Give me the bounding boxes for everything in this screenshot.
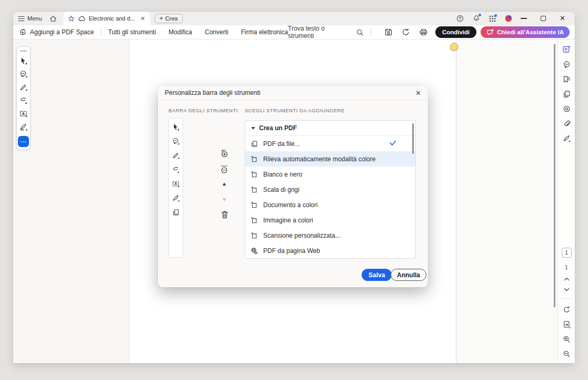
toolbar-preview-strip: A [168, 118, 183, 258]
pdf-from-file-icon[interactable] [172, 209, 180, 216]
dialog-close-icon[interactable]: ✕ [415, 89, 421, 97]
list-item-label: Rileva automaticamente modalità colore [263, 155, 375, 163]
svg-text:A: A [22, 111, 25, 116]
lasso-icon[interactable] [172, 166, 180, 173]
list-scrollbar[interactable] [412, 123, 414, 154]
toolbar-nav: Tutti gli strumenti Modifica Converti Fi… [108, 28, 288, 36]
destinations-icon[interactable] [563, 105, 571, 113]
share-button[interactable]: Condividi [435, 26, 476, 38]
pencil-tool-button[interactable] [19, 83, 27, 91]
list-item-color-document[interactable]: Documento a colori [245, 197, 415, 212]
window-controls: ✕ [521, 16, 565, 21]
rotate-icon[interactable] [563, 306, 571, 314]
textbox-tool-button[interactable]: A [19, 110, 27, 118]
avatar [505, 15, 512, 22]
move-down-icon[interactable]: ▼ [222, 197, 227, 202]
scan-icon [251, 186, 258, 193]
select-cursor-icon[interactable] [172, 123, 180, 131]
attachment-icon[interactable] [563, 120, 571, 128]
list-item-black-white[interactable]: Bianco e nero [245, 167, 415, 182]
comment-icon[interactable] [563, 61, 571, 69]
find-label: Trova testo o strumenti [288, 25, 352, 40]
notifications-button[interactable] [473, 15, 480, 22]
move-up-icon[interactable]: ▲ [222, 181, 227, 187]
save-button[interactable]: Salva [362, 269, 392, 281]
bookmarks-icon[interactable] [563, 75, 571, 83]
apps-notification-dot [494, 14, 497, 17]
tools-list: Crea un PDF PDF da file... Rileva aut [245, 120, 416, 259]
ai-assistant-button[interactable]: Chiedi all'Assistente IA [481, 26, 570, 38]
list-item-label: PDF da pagina Web [263, 247, 320, 255]
list-item-custom-scan[interactable]: Scansione personalizzata... [245, 228, 415, 243]
page-down-icon[interactable] [564, 288, 570, 291]
window-close-button[interactable]: ✕ [560, 16, 565, 21]
zoom-out-icon[interactable] [563, 350, 571, 358]
add-to-toolbar-icon[interactable] [220, 149, 229, 158]
fit-page-icon[interactable] [563, 320, 571, 328]
dialog-header: Personalizza barra degli strumenti ✕ [158, 86, 428, 100]
maximize-button[interactable] [541, 16, 546, 21]
comment-icon[interactable] [172, 138, 180, 145]
signature-tool-button[interactable] [19, 123, 27, 131]
apps-grid-button[interactable] [489, 15, 496, 22]
signature-icon[interactable] [172, 194, 180, 202]
list-group-create-pdf[interactable]: Crea un PDF [245, 121, 415, 136]
page-number-input[interactable]: 1 [562, 248, 572, 258]
drag-handle[interactable] [20, 50, 27, 52]
document-tab[interactable]: Electronic and d... ✕ [63, 12, 150, 25]
nav-edit[interactable]: Modifica [168, 28, 192, 36]
minimize-icon [521, 18, 527, 18]
ai-assistant-label: Chiedi all'Assistente IA [497, 29, 564, 35]
page-total-label: 1 [565, 265, 568, 270]
list-item-label: Immagine a colori [263, 217, 313, 224]
nav-esign[interactable]: Firma elettronica [241, 28, 288, 36]
app-window: Menu Electronic and d... ✕ + Crea [13, 12, 575, 363]
menu-label: Menu [27, 15, 42, 22]
add-pdf-space-button[interactable]: Aggiungi a PDF Space [18, 28, 94, 36]
list-item-color-image[interactable]: Immagine a colori [245, 212, 415, 228]
tab-bar: Menu Electronic and d... ✕ + Crea [13, 12, 575, 25]
list-item-pdf-from-file[interactable]: PDF da file... [245, 136, 415, 151]
new-tab-button[interactable]: + Crea [155, 14, 183, 23]
save-button[interactable] [384, 28, 393, 36]
quick-tools-toolbar: A ... [16, 46, 31, 150]
list-item-label: Scansione personalizzata... [263, 232, 341, 239]
signature-icon[interactable] [563, 134, 571, 142]
more-tools-button[interactable]: ... [18, 136, 29, 147]
comment-tool-button[interactable] [19, 70, 27, 78]
trash-icon[interactable] [221, 210, 229, 219]
minimize-button[interactable] [521, 18, 527, 18]
textbox-icon[interactable]: A [172, 180, 180, 188]
sticky-note-annotation[interactable] [450, 43, 458, 51]
add-pdf-space-icon [18, 28, 27, 36]
zoom-in-icon[interactable] [563, 335, 571, 343]
page-up-icon[interactable] [564, 277, 570, 281]
list-item-pdf-from-web[interactable]: PDF da pagina Web [245, 243, 415, 258]
home-button[interactable] [49, 15, 57, 22]
cancel-button[interactable]: Annulla [391, 269, 426, 281]
lasso-tool-button[interactable] [19, 96, 27, 104]
document-scrollbar[interactable] [554, 44, 555, 307]
nav-all-tools[interactable]: Tutti gli strumenti [108, 28, 156, 36]
remove-from-toolbar-icon[interactable] [220, 165, 228, 174]
account-avatar[interactable] [505, 15, 512, 22]
ai-summary-icon[interactable] [562, 45, 571, 54]
bell-notification-dot [479, 14, 481, 16]
list-item-label: Documento a colori [263, 201, 317, 209]
print-button[interactable] [419, 28, 428, 36]
star-icon[interactable] [68, 15, 75, 22]
scan-icon [251, 232, 258, 239]
pencil-icon[interactable] [172, 152, 180, 159]
tab-close-icon[interactable]: ✕ [141, 15, 145, 22]
list-item-label: Scala di grigi [263, 186, 300, 193]
pages-icon[interactable] [563, 90, 571, 98]
sidebar-divider [562, 298, 571, 299]
nav-convert[interactable]: Converti [205, 28, 228, 36]
menu-button[interactable]: Menu [18, 15, 42, 22]
sync-button[interactable] [402, 28, 410, 36]
find-tools-button[interactable]: Trova testo o strumenti [288, 25, 364, 40]
select-tool-button[interactable] [19, 57, 27, 65]
list-item-auto-color-mode[interactable]: Rileva automaticamente modalità colore [245, 151, 415, 167]
help-button[interactable] [456, 15, 464, 22]
list-item-grayscale[interactable]: Scala di grigi [245, 182, 415, 197]
